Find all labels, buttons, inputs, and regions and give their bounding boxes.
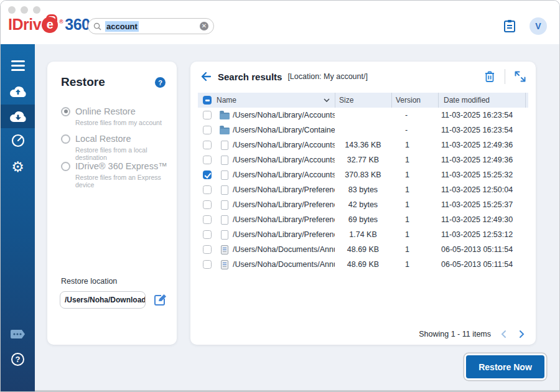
row-checkbox[interactable] — [203, 141, 212, 149]
reports-icon[interactable] — [502, 19, 517, 34]
file-date-modified: 06-05-2013 05:11:54 — [438, 245, 525, 254]
doc-icon — [221, 245, 228, 254]
row-checkbox[interactable] — [203, 215, 212, 224]
header-divider — [505, 69, 505, 84]
file-path: /Users/Noha/Library/Preferenc... — [233, 230, 335, 239]
table-row[interactable]: /Users/Noha/Library/Accounts...32.77 KB1… — [198, 152, 528, 167]
row-checkbox[interactable] — [203, 200, 212, 209]
user-avatar[interactable]: V — [530, 17, 547, 35]
results-header: Search results [Location: My account/] — [190, 62, 536, 91]
radio-idrive-express[interactable] — [61, 162, 70, 171]
row-checkbox[interactable] — [203, 170, 212, 179]
row-checkbox[interactable] — [203, 126, 212, 134]
minimize-window-icon[interactable] — [21, 6, 28, 14]
back-arrow-icon[interactable] — [199, 70, 212, 83]
table-header: Name Size Version Date modified — [198, 93, 528, 108]
row-checkbox[interactable] — [203, 156, 212, 164]
showing-count: Showing 1 - 11 items — [419, 330, 491, 338]
row-checkbox[interactable] — [203, 245, 212, 254]
file-path: /Users/Noha/Library/Accounts... — [233, 156, 335, 164]
table-row[interactable]: /Users/Noha/Library/Accounts...370.83 KB… — [198, 167, 528, 182]
activity-clock-icon — [11, 133, 26, 148]
sidebar-item-help[interactable]: ? — [1, 348, 35, 370]
column-header-date[interactable]: Date modified — [438, 93, 525, 108]
sidebar-item-activity-log[interactable] — [1, 129, 35, 152]
option-sublabel: Restore files from a local destination — [75, 146, 177, 161]
table-row[interactable]: /Users/Noha/Library/Accounts/-11-03-2025… — [198, 108, 528, 123]
app-window: IDriv e ® 360 account ✕ V ⚙ — [0, 0, 560, 392]
delete-icon[interactable] — [483, 70, 497, 83]
column-header-size[interactable]: Size — [335, 93, 391, 108]
file-icon — [221, 141, 228, 150]
file-icon — [221, 170, 228, 180]
logo-text-red: IDriv — [8, 16, 41, 34]
file-date-modified: 11-03-2025 16:23:54 — [438, 111, 525, 119]
file-path: /Users/Noha/Library/Accounts... — [233, 141, 335, 149]
table-row[interactable]: /Users/Noha/Library/Preferenc...83 bytes… — [198, 182, 528, 197]
table-row[interactable]: /Users/Noha/Library/Accounts...143.36 KB… — [198, 138, 528, 152]
doc-icon — [221, 260, 228, 269]
next-page-icon[interactable] — [517, 330, 526, 338]
prev-page-icon[interactable] — [500, 330, 508, 338]
results-table: Name Size Version Date modified /Users/N… — [198, 93, 528, 272]
table-row[interactable]: /Users/Noha/Library/Preferenc...1.74 KB1… — [198, 227, 528, 242]
option-idrive-express[interactable]: IDrive® 360 Express™ Restore files from … — [61, 161, 177, 189]
option-label: IDrive® 360 Express™ — [75, 161, 167, 171]
column-label: Name — [217, 96, 236, 105]
column-header-name[interactable]: Name — [217, 96, 335, 105]
table-row[interactable]: /Users/Noha/Library/Preferenc...42 bytes… — [198, 197, 528, 212]
sidebar-item-feedback[interactable] — [1, 323, 35, 345]
clear-search-icon[interactable]: ✕ — [200, 22, 208, 30]
edit-location-icon[interactable] — [153, 293, 167, 307]
logo-lock-icon: e — [42, 17, 58, 33]
table-row[interactable]: /Users/Noha/Library/Container...-11-03-2… — [198, 123, 528, 138]
radio-local-restore[interactable] — [61, 134, 70, 144]
option-sublabel: Restore files from my account — [75, 119, 162, 126]
file-version: 1 — [391, 230, 438, 239]
sidebar-item-settings[interactable]: ⚙ — [1, 156, 35, 178]
file-version: - — [391, 126, 438, 134]
column-header-version[interactable]: Version — [391, 93, 438, 108]
option-local-restore[interactable]: Local Restore Restore files from a local… — [61, 134, 177, 161]
restore-location-field[interactable]: /Users/Noha/Downloads — [60, 291, 146, 309]
feedback-tag-icon — [10, 329, 26, 340]
file-date-modified: 11-03-2025 15:25:32 — [438, 170, 525, 179]
row-checkbox[interactable] — [203, 111, 212, 119]
restore-now-button[interactable]: Restore Now — [466, 355, 544, 378]
row-checkbox[interactable] — [203, 260, 212, 269]
sidebar-item-restore[interactable] — [1, 105, 35, 128]
restore-panel-title: Restore — [61, 75, 105, 89]
file-path: /Users/Noha/Library/Accounts/ — [233, 111, 335, 119]
file-version: 1 — [391, 215, 438, 224]
restore-location-label: Restore location — [61, 277, 117, 286]
sidebar-menu-button[interactable] — [1, 54, 35, 77]
sidebar-item-backup[interactable] — [1, 80, 35, 103]
table-row[interactable]: /Users/Noha/Library/Preferenc...69 bytes… — [198, 212, 528, 227]
zoom-window-icon[interactable] — [33, 6, 40, 14]
option-label: Online Restore — [75, 106, 136, 116]
help-icon: ? — [11, 353, 24, 366]
file-date-modified: 06-05-2013 05:11:54 — [438, 260, 525, 269]
select-all-checkbox[interactable] — [203, 96, 212, 105]
file-icon — [221, 156, 228, 165]
restore-help-icon[interactable]: ? — [155, 77, 166, 88]
file-version: 1 — [391, 200, 438, 209]
table-row[interactable]: /Users/Noha/Documents/Annu...48.69 KB106… — [198, 242, 528, 257]
file-date-modified: 11-03-2025 12:53:12 — [438, 230, 525, 239]
row-checkbox[interactable] — [203, 230, 212, 239]
expand-icon[interactable] — [513, 70, 527, 83]
window-controls — [8, 6, 40, 14]
search-results-panel: Search results [Location: My account/] N… — [190, 62, 536, 345]
chevron-down-icon[interactable] — [324, 98, 330, 102]
file-version: 1 — [391, 185, 438, 194]
close-window-icon[interactable] — [8, 6, 16, 14]
option-online-restore[interactable]: Online Restore Restore files from my acc… — [61, 106, 162, 126]
radio-online-restore[interactable] — [61, 107, 70, 116]
file-date-modified: 11-03-2025 15:25:37 — [438, 200, 525, 209]
file-size: 32.77 KB — [335, 156, 391, 164]
row-checkbox[interactable] — [203, 185, 212, 194]
file-date-modified: 11-03-2025 12:49:30 — [438, 215, 525, 224]
file-version: 1 — [391, 170, 438, 179]
search-input[interactable]: account ✕ — [88, 18, 214, 34]
table-row[interactable]: /Users/Noha/Documents/Annu...48.69 KB106… — [198, 257, 528, 272]
